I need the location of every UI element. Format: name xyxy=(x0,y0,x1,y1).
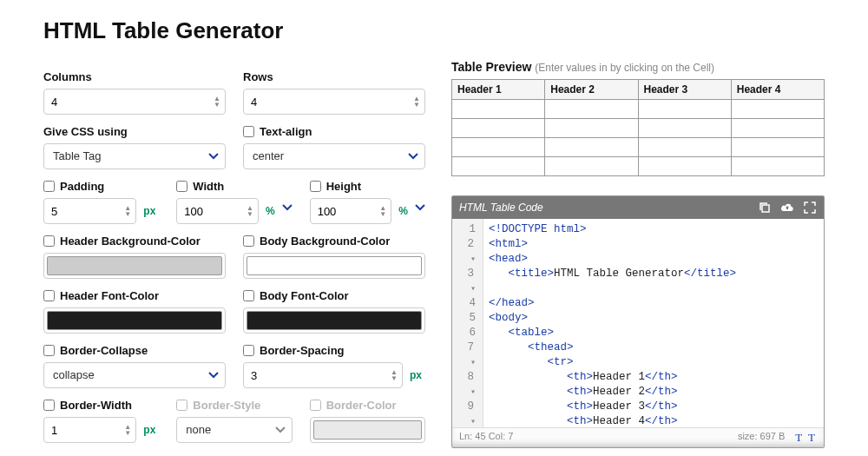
border-color-picker[interactable] xyxy=(310,417,425,443)
height-unit: % xyxy=(395,205,411,217)
preview-header-cell[interactable]: Header 2 xyxy=(545,80,638,100)
preview-cell[interactable] xyxy=(545,138,638,157)
padding-unit: px xyxy=(140,205,159,217)
preview-heading: Table Preview (Enter values in by clicki… xyxy=(451,60,825,74)
border-collapse-checkbox[interactable] xyxy=(43,345,55,356)
copy-icon[interactable] xyxy=(758,201,772,215)
border-spacing-label: Border-Spacing xyxy=(260,344,345,357)
preview-cell[interactable] xyxy=(638,157,731,176)
border-spacing-unit: px xyxy=(406,369,425,381)
preview-cell[interactable] xyxy=(731,119,824,138)
columns-label: Columns xyxy=(43,70,226,83)
preview-header-cell[interactable]: Header 4 xyxy=(731,80,824,100)
css-using-select[interactable]: Table Tag xyxy=(43,143,226,169)
settings-form: Columns ▲▼ Rows ▲▼ Give CSS using Table … xyxy=(43,60,425,448)
padding-checkbox[interactable] xyxy=(43,181,55,192)
code-pane-title: HTML Table Code xyxy=(459,202,749,214)
header-font-label: Header Font-Color xyxy=(60,289,159,302)
status-size: size: 697 B xyxy=(738,431,785,445)
stepper-icon[interactable]: ▲▼ xyxy=(389,366,399,385)
body-bg-label: Body Background-Color xyxy=(260,235,390,248)
header-font-checkbox[interactable] xyxy=(43,290,55,301)
preview-cell[interactable] xyxy=(545,119,638,138)
rows-input[interactable] xyxy=(243,89,425,115)
preview-header-cell[interactable]: Header 3 xyxy=(638,80,731,100)
preview-header-cell[interactable]: Header 1 xyxy=(452,80,545,100)
code-gutter: 1 2 ▾ 3 ▾ 4 5 6 7 ▾ 8 ▾ 9 ▾ 10 ▾ 11 12 1… xyxy=(452,219,483,427)
body-font-checkbox[interactable] xyxy=(243,290,254,301)
border-collapse-label: Border-Collapse xyxy=(60,344,148,357)
border-width-unit: px xyxy=(140,424,159,436)
chevron-down-icon[interactable] xyxy=(415,204,425,211)
preview-cell[interactable] xyxy=(452,138,545,157)
stepper-icon[interactable]: ▲▼ xyxy=(122,420,133,439)
preview-cell[interactable] xyxy=(638,119,731,138)
status-position: Ln: 45 Col: 7 xyxy=(459,431,513,445)
preview-cell[interactable] xyxy=(452,100,545,119)
border-style-label: Border-Style xyxy=(193,399,260,412)
width-label: Width xyxy=(193,180,224,193)
header-bg-checkbox[interactable] xyxy=(43,235,55,247)
border-collapse-select[interactable]: collapse xyxy=(43,362,226,388)
css-using-label: Give CSS using xyxy=(43,125,226,138)
preview-cell[interactable] xyxy=(545,100,638,119)
preview-cell[interactable] xyxy=(731,100,824,119)
preview-cell[interactable] xyxy=(545,157,638,176)
status-text-tool[interactable]: T T xyxy=(795,431,817,445)
cloud-upload-icon[interactable] xyxy=(780,201,794,215)
border-style-select[interactable]: none xyxy=(176,417,292,443)
border-width-checkbox[interactable] xyxy=(43,400,55,411)
header-bg-label: Header Background-Color xyxy=(60,235,201,248)
border-spacing-input[interactable] xyxy=(243,362,403,388)
padding-label: Padding xyxy=(60,180,104,193)
preview-cell[interactable] xyxy=(638,138,731,157)
border-style-checkbox[interactable] xyxy=(176,400,187,411)
body-font-label: Body Font-Color xyxy=(260,289,349,302)
text-align-checkbox[interactable] xyxy=(243,126,254,137)
preview-cell[interactable] xyxy=(731,138,824,157)
page-title: HTML Table Generator xyxy=(43,17,825,44)
preview-table[interactable]: Header 1 Header 2 Header 3 Header 4 xyxy=(451,79,825,176)
border-spacing-checkbox[interactable] xyxy=(243,345,254,356)
border-color-checkbox[interactable] xyxy=(310,400,321,411)
body-bg-picker[interactable] xyxy=(243,253,425,279)
height-checkbox[interactable] xyxy=(310,181,321,192)
stepper-icon[interactable]: ▲▼ xyxy=(212,92,222,111)
rows-label: Rows xyxy=(243,70,425,83)
width-checkbox[interactable] xyxy=(176,181,187,192)
border-width-label: Border-Width xyxy=(60,399,132,412)
text-align-select[interactable]: center xyxy=(243,143,425,169)
code-content[interactable]: <!DOCTYPE html> <html> <head> <title>HTM… xyxy=(483,219,824,427)
stepper-icon[interactable]: ▲▼ xyxy=(245,202,255,221)
preview-cell[interactable] xyxy=(452,157,545,176)
stepper-icon[interactable]: ▲▼ xyxy=(378,202,388,221)
stepper-icon[interactable]: ▲▼ xyxy=(411,92,422,111)
chevron-down-icon[interactable] xyxy=(282,204,293,211)
height-label: Height xyxy=(326,180,361,193)
preview-cell[interactable] xyxy=(638,100,731,119)
body-bg-checkbox[interactable] xyxy=(243,235,254,247)
border-color-label: Border-Color xyxy=(326,399,397,412)
code-statusbar: Ln: 45 Col: 7 size: 697 B T T xyxy=(452,427,824,447)
preview-cell[interactable] xyxy=(731,157,824,176)
code-pane: HTML Table Code 1 2 ▾ 3 ▾ 4 5 6 7 ▾ 8 ▾ … xyxy=(451,195,825,448)
svg-rect-0 xyxy=(762,205,769,212)
preview-cell[interactable] xyxy=(452,119,545,138)
header-font-picker[interactable] xyxy=(43,307,226,334)
stepper-icon[interactable]: ▲▼ xyxy=(122,202,133,221)
header-bg-picker[interactable] xyxy=(43,253,226,279)
expand-icon[interactable] xyxy=(803,201,817,215)
columns-input[interactable] xyxy=(43,89,226,115)
body-font-picker[interactable] xyxy=(243,307,425,334)
text-align-label: Text-align xyxy=(260,125,312,138)
width-unit: % xyxy=(262,205,279,217)
